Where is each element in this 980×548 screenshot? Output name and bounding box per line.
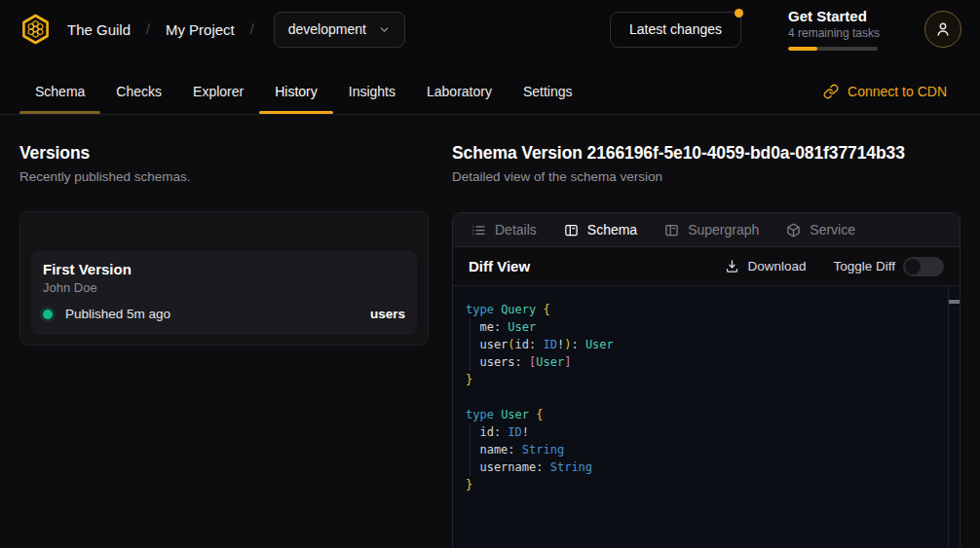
download-button[interactable]: Download (725, 259, 806, 274)
get-started-widget[interactable]: Get Started 4 remaining tasks (788, 8, 878, 51)
panel-tab-supergraph-label: Supergraph (688, 222, 759, 237)
tab-history[interactable]: History (259, 84, 333, 114)
breadcrumb: The Guild / My Project / (67, 21, 254, 38)
header-right-group: Latest changes Get Started 4 remaining t… (610, 8, 961, 51)
scrollbar-track (948, 286, 949, 548)
panel-columns-icon (664, 223, 679, 237)
panel-tab-schema[interactable]: Schema (564, 222, 637, 237)
main-content: Versions Recently published schemas. Fir… (0, 115, 980, 548)
get-started-title: Get Started (788, 8, 878, 24)
list-icon (471, 223, 486, 237)
connect-to-cdn-link[interactable]: Connect to CDN (823, 84, 947, 114)
schema-code-editor[interactable]: type Query { me: User user(id: ID!): Use… (453, 286, 960, 548)
breadcrumb-separator: / (250, 21, 254, 37)
version-status: Published 5m ago (65, 307, 170, 321)
diff-view-title: Diff View (469, 258, 530, 274)
status-dot (43, 310, 53, 319)
tab-checks[interactable]: Checks (100, 84, 177, 114)
avatar[interactable] (924, 11, 961, 48)
panel-tab-details[interactable]: Details (471, 222, 537, 237)
schema-version-subtitle: Detailed view of the schema version (452, 169, 961, 185)
toggle-diff-switch[interactable] (903, 257, 944, 276)
versions-subtitle: Recently published schemas. (19, 169, 429, 185)
latest-changes-button[interactable]: Latest changes (610, 12, 741, 48)
breadcrumb-project[interactable]: My Project (166, 21, 235, 38)
breadcrumb-org[interactable]: The Guild (67, 21, 131, 38)
panel-tab-schema-label: Schema (587, 222, 637, 237)
main-nav: Schema Checks Explorer History Insights … (0, 58, 980, 115)
schema-version-panel: Details Schema Supergraph Service Diff V… (452, 212, 961, 548)
link-icon (823, 84, 839, 99)
versions-card: First Version John Doe Published 5m ago … (19, 211, 429, 346)
tab-insights[interactable]: Insights (333, 84, 411, 114)
tab-schema[interactable]: Schema (19, 84, 100, 114)
schema-sdl-code: type Query { me: User user(id: ID!): Use… (466, 301, 936, 493)
diff-toolbar: Diff View Download Toggle Diff (453, 247, 960, 286)
progress-fill (788, 47, 817, 51)
panel-tab-supergraph[interactable]: Supergraph (664, 222, 759, 237)
schema-version-section: Schema Version 2166196f-5e10-4059-bd0a-0… (452, 115, 961, 548)
breadcrumb-separator: / (146, 21, 150, 37)
version-author: John Doe (43, 280, 405, 295)
scrollbar-thumb[interactable] (949, 300, 960, 304)
environment-selector[interactable]: development (274, 12, 405, 48)
panel-tabs: Details Schema Supergraph Service (453, 213, 960, 247)
environment-selector-value: development (288, 21, 366, 37)
version-list-item[interactable]: First Version John Doe Published 5m ago … (31, 251, 417, 335)
notification-dot (735, 9, 743, 18)
guild-logo-icon[interactable] (19, 14, 52, 45)
toggle-diff-label: Toggle Diff (833, 259, 895, 274)
top-header: The Guild / My Project / development Lat… (0, 0, 980, 58)
panel-columns-icon (564, 223, 579, 237)
toggle-diff-group: Toggle Diff (833, 257, 944, 276)
download-icon (725, 259, 739, 274)
progress-bar (788, 47, 878, 51)
tab-settings[interactable]: Settings (508, 84, 588, 114)
latest-changes-label: Latest changes (629, 21, 722, 37)
panel-tab-details-label: Details (495, 222, 537, 237)
panel-tab-service[interactable]: Service (786, 222, 855, 237)
panel-tab-service-label: Service (810, 222, 855, 237)
versions-title: Versions (19, 143, 429, 163)
schema-version-title: Schema Version 2166196f-5e10-4059-bd0a-0… (452, 143, 961, 163)
version-status-row: Published 5m ago users (43, 307, 405, 321)
versions-section: Versions Recently published schemas. Fir… (19, 115, 429, 548)
get-started-subtitle: 4 remaining tasks (788, 26, 878, 40)
indent-guide (470, 423, 471, 476)
version-service: users (370, 307, 405, 321)
connect-to-cdn-label: Connect to CDN (848, 84, 947, 99)
chevron-down-icon (378, 23, 391, 36)
indent-guide (470, 318, 471, 371)
tab-explorer[interactable]: Explorer (177, 84, 259, 114)
toggle-knob (905, 259, 921, 274)
cube-icon (786, 223, 801, 237)
tab-laboratory[interactable]: Laboratory (411, 84, 508, 114)
diff-actions: Download Toggle Diff (725, 257, 944, 276)
version-name: First Version (43, 262, 405, 277)
user-icon (934, 20, 952, 38)
download-label: Download (747, 259, 806, 274)
